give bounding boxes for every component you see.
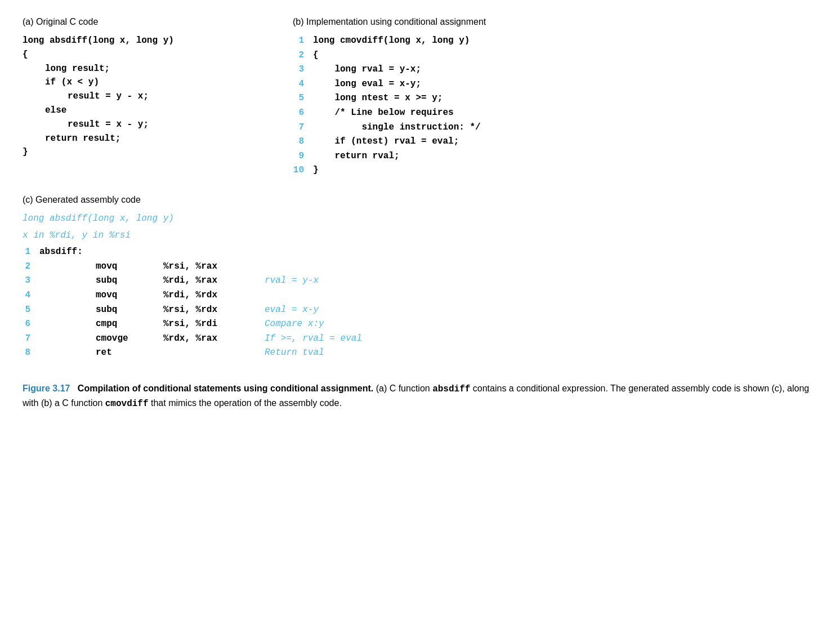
line-content-9: return rval; — [313, 149, 481, 164]
asm-label-5 — [39, 303, 96, 318]
code-b-row-8: 8 if (ntest) rval = eval; — [293, 135, 481, 149]
part-c: (c) Generated assembly code long absdiff… — [23, 195, 817, 360]
asm-num-6: 6 — [23, 317, 39, 332]
code-a-block: long absdiff(long x, long y) { long resu… — [23, 34, 259, 159]
asm-label-4 — [39, 288, 96, 303]
section-c-label: (c) Generated assembly code — [23, 195, 817, 205]
asm-label-8 — [39, 346, 96, 360]
code-a-line-1: long absdiff(long x, long y) — [23, 34, 259, 48]
section-b-label: (b) Implementation using conditional ass… — [293, 17, 817, 27]
line-content-2: { — [313, 48, 481, 63]
asm-op-7: cmovge — [96, 332, 163, 346]
asm-args-2: %rsi, %rax — [163, 260, 265, 274]
asm-num-5: 5 — [23, 303, 39, 318]
code-b-row-2: 2 { — [293, 48, 481, 63]
line-num-4: 4 — [293, 77, 313, 92]
section-a-label: (a) Original C code — [23, 17, 259, 27]
asm-comment-1 — [265, 245, 362, 260]
code-a-line-7: result = x - y; — [23, 118, 259, 132]
part-b: (b) Implementation using conditional ass… — [293, 17, 817, 178]
asm-num-3: 3 — [23, 274, 39, 288]
line-num-7: 7 — [293, 121, 313, 135]
code-a-line-8: return result; — [23, 132, 259, 146]
top-row: (a) Original C code long absdiff(long x,… — [23, 17, 817, 178]
asm-comment-3: rval = y-x — [265, 274, 362, 288]
asm-label-1: absdiff: — [39, 245, 96, 260]
asm-label-6 — [39, 317, 96, 332]
asm-label-3 — [39, 274, 96, 288]
code-b-row-7: 7 single instruction: */ — [293, 121, 481, 135]
code-b-row-3: 3 long rval = y-x; — [293, 63, 481, 77]
asm-num-1: 1 — [23, 245, 39, 260]
fig-label: Figure 3.17 — [23, 384, 70, 393]
asm-comment-8: Return tval — [265, 346, 362, 360]
asm-row-5: 5 subq %rsi, %rdx eval = x-y — [23, 303, 362, 318]
line-num-10: 10 — [293, 163, 313, 178]
code-b-row-5: 5 long ntest = x >= y; — [293, 91, 481, 106]
line-num-6: 6 — [293, 106, 313, 121]
code-a-line-9: } — [23, 145, 259, 159]
asm-op-6: cmpq — [96, 317, 163, 332]
asm-args-7: %rdx, %rax — [163, 332, 265, 346]
line-num-8: 8 — [293, 135, 313, 149]
line-content-3: long rval = y-x; — [313, 63, 481, 77]
code-b-row-6: 6 /* Line below requires — [293, 106, 481, 121]
asm-op-3: subq — [96, 274, 163, 288]
code-a-line-5: result = y - x; — [23, 90, 259, 104]
line-content-6: /* Line below requires — [313, 106, 481, 121]
asm-args-3: %rdi, %rax — [163, 274, 265, 288]
line-content-8: if (ntest) rval = eval; — [313, 135, 481, 149]
asm-num-2: 2 — [23, 260, 39, 274]
figure-caption: Figure 3.17 Compilation of conditional s… — [23, 382, 811, 411]
asm-row-7: 7 cmovge %rdx, %rax If >=, rval = eval — [23, 332, 362, 346]
code-b-row-9: 9 return rval; — [293, 149, 481, 164]
asm-comment-2 — [265, 260, 362, 274]
asm-comment-4 — [265, 288, 362, 303]
line-num-5: 5 — [293, 91, 313, 106]
line-num-2: 2 — [293, 48, 313, 63]
asm-comment-6: Compare x:y — [265, 317, 362, 332]
line-content-7: single instruction: */ — [313, 121, 481, 135]
code-a-line-2: { — [23, 48, 259, 62]
line-content-4: long eval = x-y; — [313, 77, 481, 92]
line-content-5: long ntest = x >= y; — [313, 91, 481, 106]
asm-row-3: 3 subq %rdi, %rax rval = y-x — [23, 274, 362, 288]
asm-op-1 — [96, 245, 163, 260]
main-container: (a) Original C code long absdiff(long x,… — [23, 17, 817, 411]
asm-num-7: 7 — [23, 332, 39, 346]
asm-row-6: 6 cmpq %rsi, %rdi Compare x:y — [23, 317, 362, 332]
asm-op-4: movq — [96, 288, 163, 303]
asm-args-8 — [163, 346, 265, 360]
code-b-block: 1 long cmovdiff(long x, long y) 2 { 3 lo… — [293, 34, 481, 178]
asm-args-5: %rsi, %rdx — [163, 303, 265, 318]
asm-args-1 — [163, 245, 265, 260]
asm-label-7 — [39, 332, 96, 346]
asm-op-5: subq — [96, 303, 163, 318]
asm-comment-5: eval = x-y — [265, 303, 362, 318]
asm-num-8: 8 — [23, 346, 39, 360]
line-num-3: 3 — [293, 63, 313, 77]
asm-row-1: 1 absdiff: — [23, 245, 362, 260]
code-a-line-4: if (x < y) — [23, 75, 259, 90]
asm-op-8: ret — [96, 346, 163, 360]
code-b-row-1: 1 long cmovdiff(long x, long y) — [293, 34, 481, 48]
asm-label-2 — [39, 260, 96, 274]
part-a: (a) Original C code long absdiff(long x,… — [23, 17, 259, 159]
line-content-10: } — [313, 163, 481, 178]
asm-row-2: 2 movq %rsi, %rax — [23, 260, 362, 274]
asm-args-4: %rdi, %rdx — [163, 288, 265, 303]
asm-italic-2: x in %rdi, y in %rsi — [23, 229, 817, 243]
code-b-row-4: 4 long eval = x-y; — [293, 77, 481, 92]
line-num-9: 9 — [293, 149, 313, 164]
line-num-1: 1 — [293, 34, 313, 48]
asm-italic-1: long absdiff(long x, long y) — [23, 212, 817, 226]
code-b-row-10: 10 } — [293, 163, 481, 178]
asm-args-6: %rsi, %rdi — [163, 317, 265, 332]
code-a-line-6: else — [23, 104, 259, 118]
asm-table: 1 absdiff: 2 movq %rsi, %rax 3 subq %rdi… — [23, 245, 362, 360]
code-inline-cmovdiff: cmovdiff — [105, 399, 149, 409]
asm-comment-7: If >=, rval = eval — [265, 332, 362, 346]
asm-row-4: 4 movq %rdi, %rdx — [23, 288, 362, 303]
asm-op-2: movq — [96, 260, 163, 274]
code-inline-absdiff: absdiff — [432, 384, 470, 394]
